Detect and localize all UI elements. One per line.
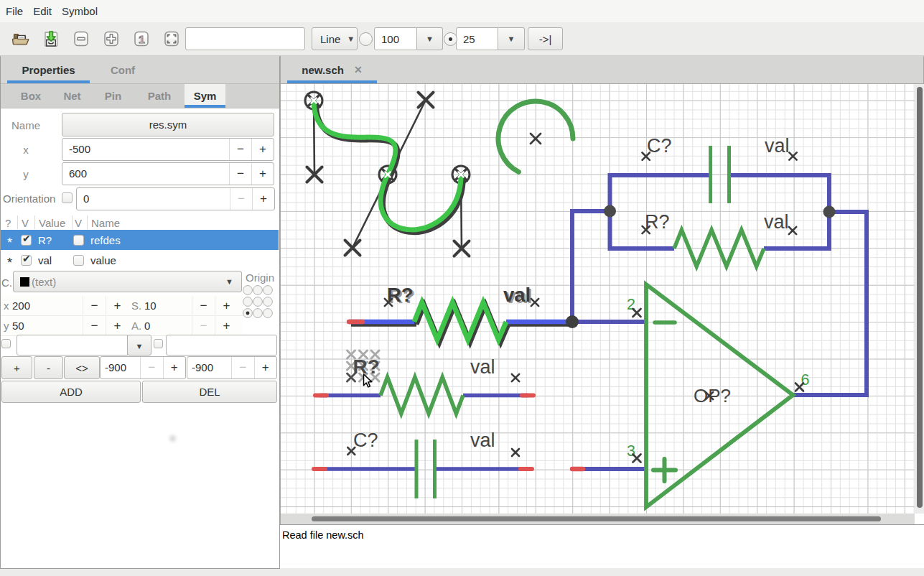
svg-text:val: val: [503, 284, 531, 306]
svg-text:R?: R?: [645, 211, 670, 233]
svg-text:3: 3: [627, 442, 635, 460]
svg-text:val: val: [764, 211, 789, 233]
svg-text:1: 1: [139, 33, 145, 45]
svg-text:C?: C?: [647, 135, 672, 157]
svg-text:OP?: OP?: [694, 385, 731, 407]
svg-text:val: val: [470, 429, 495, 451]
svg-text:val: val: [470, 356, 495, 378]
svg-text:6: 6: [801, 371, 810, 389]
svg-text:R?: R?: [387, 284, 414, 306]
svg-text:val: val: [765, 135, 790, 157]
svg-text:C?: C?: [353, 429, 378, 451]
svg-text:R?: R?: [353, 356, 380, 378]
